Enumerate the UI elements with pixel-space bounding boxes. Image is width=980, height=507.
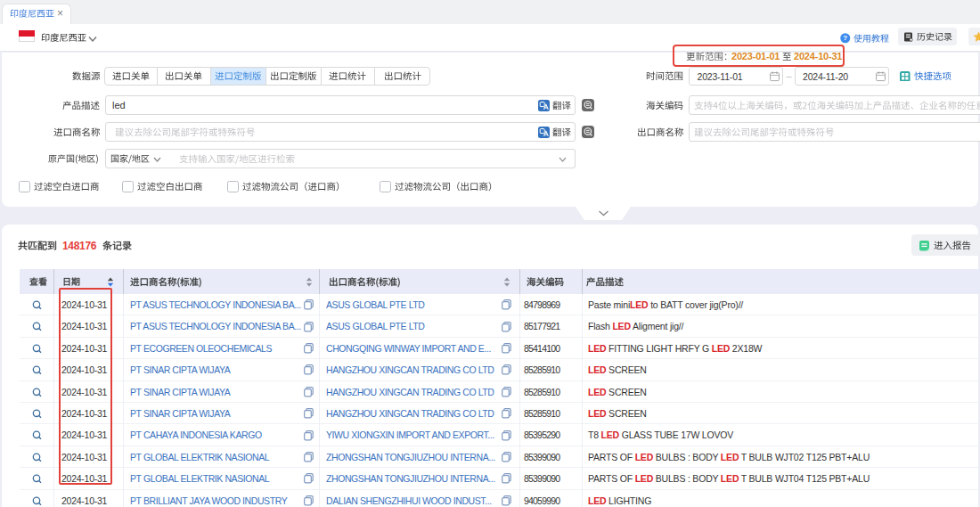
svg-text:?: ? bbox=[843, 34, 847, 42]
